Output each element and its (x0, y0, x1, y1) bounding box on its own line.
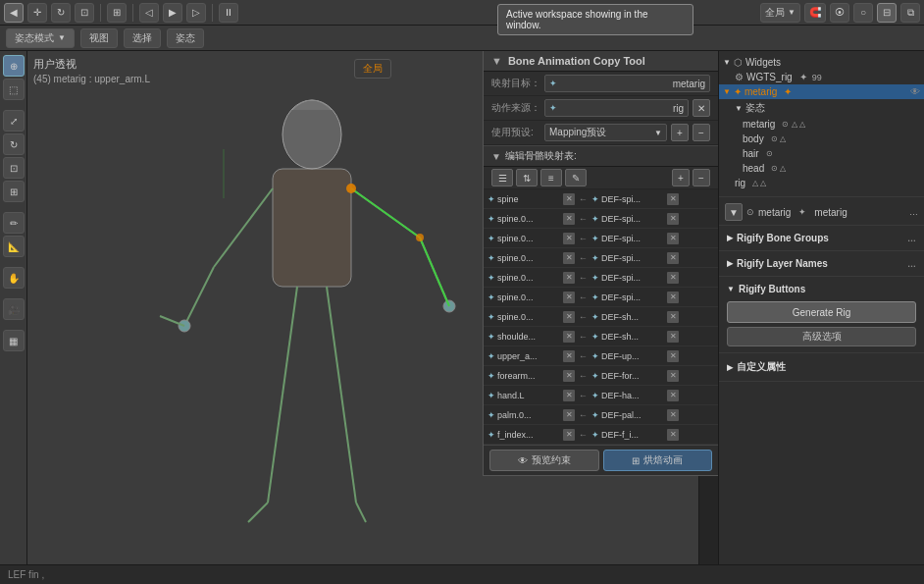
close-right-icon[interactable]: ✕ (667, 233, 679, 244)
scene-item-hair[interactable]: hair ⊙ (719, 146, 924, 161)
scene-item-body[interactable]: body ⊙ △ (719, 132, 924, 146)
mapping-row[interactable]: ✦ spine.0... ✕ ← ✦ DEF-spi... ✕ (484, 229, 718, 248)
annotate-tool[interactable]: ✏ (3, 212, 25, 234)
move-tool[interactable]: ⤢ (3, 110, 25, 132)
grease-tool[interactable]: 🎥 (3, 298, 25, 320)
close-left-icon[interactable]: ✕ (563, 272, 575, 284)
bottom-expand-icon[interactable]: ▼ (725, 203, 743, 221)
mapping-row[interactable]: ✦ forearm... ✕ ← ✦ DEF-for... ✕ (484, 366, 718, 386)
scroll-up-btn[interactable]: + (672, 169, 690, 186)
measure-tool[interactable]: 📐 (3, 236, 25, 257)
panel-collapse-icon[interactable]: ▼ (491, 55, 502, 67)
close-left-icon[interactable]: ✕ (563, 331, 575, 343)
scene-item-pose[interactable]: ▼ 姿态 (719, 99, 924, 117)
close-left-icon[interactable]: ✕ (563, 350, 575, 362)
viewport[interactable]: 用户透视 (45) metarig : upper_arm.L X Y Z 全局… (27, 51, 718, 564)
action-clear-btn[interactable]: ✕ (693, 99, 710, 117)
select-menu-btn[interactable]: 选择 (124, 28, 161, 48)
close-left-icon[interactable]: ✕ (563, 409, 575, 421)
close-left-icon[interactable]: ✕ (563, 390, 575, 401)
scale-tool[interactable]: ⊡ (3, 157, 25, 179)
scene-item-wgts[interactable]: ⚙ WGTS_rig ✦ 99 (719, 70, 924, 84)
close-right-icon[interactable]: ✕ (667, 409, 679, 421)
mapping-row[interactable]: ✦ spine.0... ✕ ← ✦ DEF-spi... ✕ (484, 268, 718, 288)
move-tool-btn[interactable]: ✛ (27, 3, 47, 23)
close-right-icon[interactable]: ✕ (667, 350, 679, 362)
preset-select[interactable]: Mapping预设 ▼ (544, 124, 667, 141)
scene-item-widgets[interactable]: ▼ ⬡ Widgets (719, 55, 924, 70)
close-left-icon[interactable]: ✕ (563, 233, 575, 244)
filter-btn[interactable]: ≡ (540, 169, 562, 186)
mapping-row[interactable]: ✦ spine.0... ✕ ← ✦ DEF-spi... ✕ (484, 288, 718, 307)
scene-item-metarig[interactable]: ▼ ✦ metarig ✦ 👁 (719, 84, 924, 99)
transform-btn[interactable]: ⊞ (107, 3, 127, 23)
select-tool-btn[interactable]: ◀ (4, 3, 24, 23)
rigify-bone-groups-header[interactable]: ▶ Rigify Bone Groups … (719, 230, 924, 246)
rigify-layer-names-header[interactable]: ▶ Rigify Layer Names … (719, 255, 924, 272)
close-left-icon[interactable]: ✕ (563, 213, 575, 225)
close-left-icon[interactable]: ✕ (563, 370, 575, 382)
pose-menu-btn[interactable]: 姿态 (167, 28, 204, 48)
mapping-row[interactable]: ✦ f_index... ✕ ← ✦ DEF-f_i... ✕ (484, 425, 718, 445)
shading-btn[interactable]: ○ (853, 3, 873, 23)
rigify-buttons-header[interactable]: ▼ Rigify Buttons (719, 281, 924, 297)
rotate-tool[interactable]: ↻ (3, 133, 25, 155)
view-menu-btn[interactable]: 视图 (80, 28, 118, 48)
close-right-icon[interactable]: ✕ (667, 213, 679, 225)
mapping-list[interactable]: ✦ spine ✕ ← ✦ DEF-spi... ✕ ✦ spine.0... … (484, 189, 718, 445)
mapping-row[interactable]: ✦ hand.L ✕ ← ✦ DEF-ha... ✕ (484, 386, 718, 405)
close-right-icon[interactable]: ✕ (667, 311, 679, 323)
pose-mode-btn[interactable]: 姿态模式 ▼ (6, 28, 75, 48)
scene-item-rig[interactable]: rig △ △ (719, 176, 924, 190)
close-right-icon[interactable]: ✕ (667, 193, 679, 205)
close-left-icon[interactable]: ✕ (563, 252, 575, 264)
close-right-icon[interactable]: ✕ (667, 292, 679, 303)
mapping-row[interactable]: ✦ palm.0... ✕ ← ✦ DEF-pal... ✕ (484, 405, 718, 425)
source-input[interactable]: ✦ metarig (544, 75, 710, 92)
custom-properties-header[interactable]: ▶ 自定义属性 (719, 357, 924, 377)
mapping-row[interactable]: ✦ spine ✕ ← ✦ DEF-spi... ✕ (484, 189, 718, 209)
addon-btn[interactable]: ⧉ (900, 3, 920, 23)
mesh-tool[interactable]: ▦ (3, 330, 25, 351)
rotate-tool-btn[interactable]: ↻ (51, 3, 71, 23)
mapping-row[interactable]: ✦ spine.0... ✕ ← ✦ DEF-spi... ✕ (484, 248, 718, 268)
bake-animation-btn[interactable]: ⊞ 烘焙动画 (603, 450, 713, 471)
close-right-icon[interactable]: ✕ (667, 429, 679, 441)
play-btn[interactable]: ▶ (163, 3, 182, 23)
overlay-btn[interactable]: ⦿ (830, 3, 849, 23)
close-right-icon[interactable]: ✕ (667, 331, 679, 343)
mapping-row[interactable]: ✦ upper_a... ✕ ← ✦ DEF-up... ✕ (484, 346, 718, 366)
transform-tool[interactable]: ⊞ (3, 181, 25, 202)
close-right-icon[interactable]: ✕ (667, 272, 679, 284)
close-right-icon[interactable]: ✕ (667, 252, 679, 264)
frame-btn[interactable]: ◁ (139, 3, 159, 23)
close-right-icon[interactable]: ✕ (667, 390, 679, 401)
mapping-expand-icon[interactable]: ▼ (491, 151, 501, 162)
view-global-btn[interactable]: 全局 ▼ (760, 3, 800, 23)
scene-item-head[interactable]: head ⊙ △ (719, 161, 924, 176)
action-input[interactable]: ✦ rig (544, 99, 689, 117)
scene-item-metarig-sub[interactable]: metarig ⊙ △ △ (719, 117, 924, 132)
cursor-tool[interactable]: ⊕ (3, 55, 25, 77)
scale-tool-btn[interactable]: ⊡ (75, 3, 94, 23)
generate-rig-btn[interactable]: Generate Rig (727, 301, 916, 323)
preset-add-btn[interactable]: + (671, 124, 689, 141)
sync-btn[interactable]: ⏸ (219, 3, 238, 23)
edit-btn[interactable]: ✎ (565, 169, 587, 186)
pan-tool[interactable]: ✋ (3, 267, 25, 289)
select-box-tool[interactable]: ⬚ (3, 79, 25, 100)
preview-constraints-btn[interactable]: 👁 预览约束 (489, 450, 599, 471)
mapping-row[interactable]: ✦ shoulde... ✕ ← ✦ DEF-sh... ✕ (484, 327, 718, 346)
mapping-row[interactable]: ✦ spine.0... ✕ ← ✦ DEF-sh... ✕ (484, 307, 718, 327)
close-left-icon[interactable]: ✕ (563, 311, 575, 323)
workspace-btn[interactable]: ⊟ (877, 3, 897, 23)
next-frame-btn[interactable]: ▷ (186, 3, 206, 23)
sort-btn[interactable]: ⇅ (516, 169, 538, 186)
close-right-icon[interactable]: ✕ (667, 370, 679, 382)
close-left-icon[interactable]: ✕ (563, 429, 575, 441)
list-view-btn[interactable]: ☰ (491, 169, 513, 186)
preset-remove-btn[interactable]: − (693, 124, 710, 141)
close-left-icon[interactable]: ✕ (563, 193, 575, 205)
mapping-row[interactable]: ✦ spine.0... ✕ ← ✦ DEF-spi... ✕ (484, 209, 718, 229)
advanced-options-btn[interactable]: 高级选项 (727, 327, 916, 346)
